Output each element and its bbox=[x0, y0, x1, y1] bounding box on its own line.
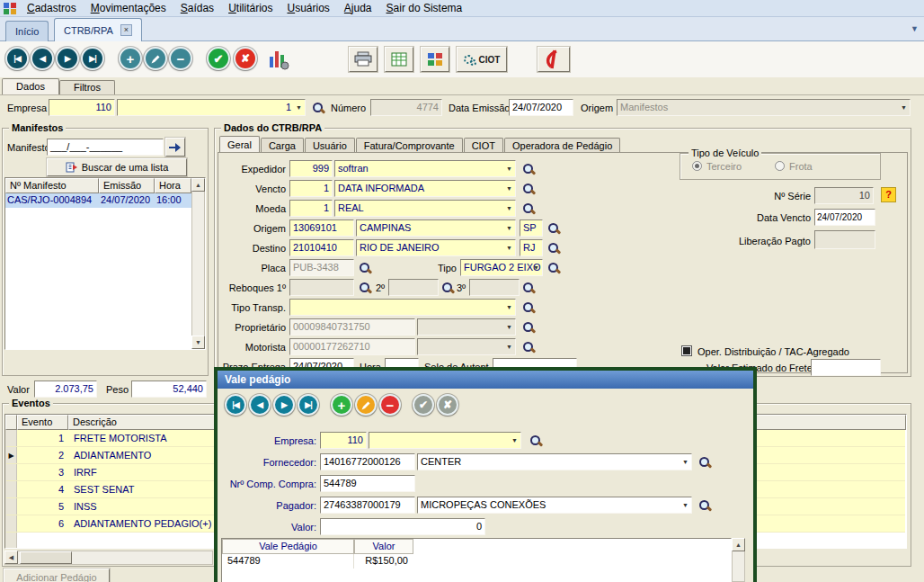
scroll-down-icon[interactable]: ▼ bbox=[191, 336, 205, 349]
chevron-down-icon[interactable]: ▼ bbox=[506, 166, 512, 172]
search-icon[interactable] bbox=[521, 182, 536, 196]
pagador-code-input[interactable]: 27463387000179 bbox=[320, 497, 415, 514]
chevron-down-icon[interactable]: ▼ bbox=[533, 264, 539, 271]
destino-uf-input[interactable]: RJ bbox=[520, 239, 543, 256]
print-button[interactable] bbox=[349, 47, 378, 72]
spreadsheet-button[interactable] bbox=[385, 47, 413, 72]
eventos-hscrollbar[interactable]: ◀ bbox=[4, 551, 213, 565]
chevron-down-icon[interactable]: ▼ bbox=[506, 245, 512, 251]
add-record-button[interactable]: + bbox=[331, 394, 352, 416]
search-icon[interactable] bbox=[521, 340, 536, 354]
menu-item[interactable]: Usuários bbox=[280, 0, 336, 16]
menu-item[interactable]: Ajuda bbox=[337, 0, 379, 16]
column-header[interactable]: Evento bbox=[17, 415, 68, 430]
chevron-down-icon[interactable]: ▼ bbox=[296, 104, 302, 111]
expedidor-code-input[interactable]: 999 bbox=[289, 160, 333, 177]
chevron-down-icon[interactable]: ▼ bbox=[682, 502, 689, 508]
first-record-button[interactable]: |◀ bbox=[225, 394, 246, 416]
last-record-button[interactable]: ▶| bbox=[81, 47, 104, 70]
ctrb-tab[interactable]: Geral bbox=[219, 136, 260, 152]
data-emissao-input[interactable]: 24/07/2020 bbox=[509, 99, 573, 116]
expedidor-combo[interactable]: softran▼ bbox=[334, 160, 516, 177]
tab-filtros[interactable]: Filtros bbox=[59, 80, 115, 95]
empresa-combo[interactable]: 1▼ bbox=[117, 99, 306, 116]
numero-input[interactable]: 4774 bbox=[370, 99, 442, 116]
origem-uf-input[interactable]: SP bbox=[520, 219, 543, 237]
search-icon[interactable] bbox=[546, 221, 561, 236]
ctrb-tab[interactable]: Usuário bbox=[305, 138, 355, 152]
empresa-code-input[interactable]: 110 bbox=[49, 99, 115, 116]
reboque1-input[interactable] bbox=[289, 279, 354, 296]
chevron-down-icon[interactable]: ▼ bbox=[901, 104, 907, 111]
liberacao-input[interactable] bbox=[814, 230, 875, 249]
previous-record-button[interactable]: ◀ bbox=[31, 47, 54, 70]
chevron-down-icon[interactable]: ▼ bbox=[506, 324, 512, 330]
search-icon[interactable] bbox=[521, 320, 536, 335]
first-record-button[interactable]: |◀ bbox=[5, 47, 29, 70]
pagador-combo[interactable]: MICROPEÇAS CONEXÕES▼ bbox=[417, 497, 692, 514]
buscar-lista-button[interactable]: Buscar de uma lista bbox=[47, 158, 187, 176]
scroll-left-icon[interactable]: ◀ bbox=[4, 551, 18, 564]
scroll-up-icon[interactable]: ▲ bbox=[732, 538, 745, 551]
chevron-down-icon[interactable]: ▼ bbox=[506, 225, 512, 231]
tab-ctrb-rpa[interactable]: CTRB/RPA × bbox=[54, 18, 142, 41]
column-header[interactable]: Vale Pedágio bbox=[222, 539, 354, 554]
fornecedor-code-input[interactable]: 14016772000126 bbox=[320, 453, 415, 470]
origem-cidade-combo[interactable]: CAMPINAS▼ bbox=[356, 219, 516, 237]
search-icon[interactable] bbox=[521, 281, 536, 295]
menu-item[interactable]: Cadastros bbox=[20, 0, 84, 16]
search-icon[interactable] bbox=[697, 498, 712, 513]
scroll-up-icon[interactable]: ▲ bbox=[191, 178, 205, 192]
previous-record-button[interactable]: ◀ bbox=[249, 394, 271, 416]
ctrb-tab[interactable]: Carga bbox=[261, 138, 304, 152]
delete-record-button[interactable]: − bbox=[169, 47, 192, 70]
table-row[interactable]: 544789 R$150,00 bbox=[222, 554, 731, 569]
destino-cidade-combo[interactable]: RIO DE JANEIRO▼ bbox=[356, 239, 516, 256]
tipo-transp-combo[interactable]: ▼ bbox=[289, 299, 516, 316]
chevron-down-icon[interactable]: ▼ bbox=[506, 344, 512, 350]
proprietario-combo[interactable]: ▼ bbox=[417, 318, 516, 336]
adicionar-pedagio-button[interactable]: Adicionar Pedágio bbox=[4, 569, 110, 582]
modal-vscrollbar[interactable]: ▲ bbox=[732, 538, 745, 582]
brand-logo-button[interactable] bbox=[538, 47, 570, 72]
edit-record-button[interactable] bbox=[144, 47, 167, 70]
ctrb-tab[interactable]: CIOT bbox=[464, 138, 503, 152]
search-icon[interactable] bbox=[358, 261, 372, 275]
chevron-down-icon[interactable]: ▼ bbox=[506, 304, 512, 310]
edit-record-button[interactable] bbox=[355, 394, 377, 416]
column-header[interactable]: Nº Manifesto bbox=[5, 178, 99, 193]
menu-item[interactable]: Movimentações bbox=[84, 0, 173, 16]
cancel-button[interactable]: ✘ bbox=[234, 47, 257, 70]
search-icon[interactable] bbox=[521, 201, 536, 216]
empresa-combo[interactable]: ▼ bbox=[369, 432, 521, 449]
placa-input[interactable]: PUB-3438 bbox=[289, 259, 354, 276]
proprietario-input[interactable]: 00009840731750 bbox=[289, 318, 415, 336]
num-serie-input[interactable]: 10 bbox=[814, 187, 874, 204]
chevron-down-icon[interactable]: ▼ bbox=[506, 205, 512, 211]
manifesto-mask-input[interactable]: ___/___-______ bbox=[47, 139, 164, 156]
search-icon[interactable] bbox=[358, 281, 372, 295]
data-vencto-input[interactable]: 24/07/2020 bbox=[814, 209, 875, 226]
next-record-button[interactable]: ▶ bbox=[56, 47, 79, 70]
search-icon[interactable] bbox=[546, 261, 561, 275]
next-record-button[interactable]: ▶ bbox=[273, 394, 295, 416]
column-header[interactable]: Valor bbox=[354, 539, 413, 554]
last-record-button[interactable]: ▶| bbox=[298, 394, 319, 416]
motorista-input[interactable]: 00000177262710 bbox=[289, 338, 415, 355]
valor-estimado-input[interactable] bbox=[811, 359, 881, 376]
oper-distribuicao-checkbox[interactable] bbox=[681, 345, 692, 356]
search-icon[interactable] bbox=[440, 281, 455, 295]
moeda-combo[interactable]: REAL▼ bbox=[334, 200, 516, 217]
dialog-titlebar[interactable]: Vale pedágio bbox=[218, 371, 753, 389]
radio-terceiro[interactable] bbox=[692, 161, 702, 171]
tab-inicio[interactable]: Início bbox=[5, 21, 49, 41]
chevron-down-icon[interactable]: ▼ bbox=[506, 185, 512, 192]
statistics-icon[interactable] bbox=[268, 48, 289, 73]
search-icon[interactable] bbox=[311, 101, 325, 115]
reboque2-input[interactable] bbox=[388, 279, 439, 296]
search-icon[interactable] bbox=[521, 300, 536, 315]
valor-input[interactable]: 0 bbox=[320, 518, 485, 535]
chevron-down-icon[interactable]: ▼ bbox=[911, 24, 919, 33]
search-icon[interactable] bbox=[546, 241, 561, 255]
add-record-button[interactable]: + bbox=[119, 47, 142, 70]
